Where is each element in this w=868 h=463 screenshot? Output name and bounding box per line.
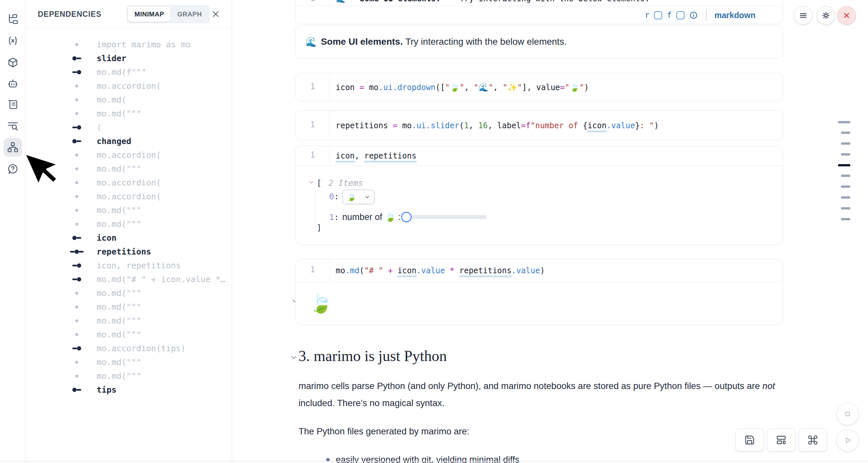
tree-collapse-icon[interactable] (308, 179, 315, 185)
variables-icon[interactable] (4, 32, 22, 50)
tree-open-bracket: [ (317, 178, 321, 188)
minimap-item[interactable]: mo.accordion( (26, 148, 232, 162)
minimap-item[interactable]: mo.md(""" (26, 300, 232, 314)
ai-assistant-icon[interactable] (4, 74, 22, 93)
interrupt-button[interactable] (836, 403, 859, 425)
layout-button[interactable] (767, 429, 795, 452)
minimap-item-label: repetitions (97, 247, 151, 256)
tree-items-count: 2 Items (329, 178, 363, 188)
close-panel-button[interactable] (210, 8, 221, 20)
cell-dot-icon (67, 223, 86, 225)
minimap-item[interactable]: ( (26, 120, 232, 134)
minimap-item[interactable]: mo.accordion(tips) (26, 341, 232, 355)
dependencies-panel: DEPENDENCIES MINIMAP GRAPH import marimo… (26, 0, 232, 463)
markdown-toolbar: r f markdown (645, 6, 755, 24)
minimap-item[interactable]: mo.md(""" (26, 369, 232, 383)
f-checkbox[interactable] (676, 11, 685, 20)
code-line[interactable]: icon = mo.ui.dropdown(["🍃", "🌊", "✨"], v… (336, 82, 589, 93)
active-cell-marker[interactable] (838, 164, 850, 166)
dropdown-widget[interactable]: 🍃 (342, 190, 374, 204)
cell-md-leaf[interactable]: 1 mo.md("# " + icon.value * repetitions.… (295, 259, 783, 325)
gutter-divider (330, 73, 330, 101)
code-line[interactable]: 🌊 **Some UI elements.** Try interacting … (336, 0, 650, 4)
cell-marker[interactable] (841, 185, 850, 188)
slider-track[interactable] (406, 215, 486, 219)
minimap-item[interactable]: mo.md(""" (26, 217, 232, 231)
minimap-item[interactable]: mo.md("# " + icon.value *… (26, 272, 232, 286)
code-line[interactable]: mo.md("# " + icon.value * repetitions.va… (336, 265, 545, 276)
settings-button[interactable] (817, 6, 835, 25)
gutter-divider (330, 259, 330, 281)
notebook-menu-button[interactable] (794, 6, 812, 25)
minimap-item-label: mo.md(""" (97, 164, 141, 174)
cell-dropdown-code[interactable]: 1 icon = mo.ui.dropdown(["🍃", "🌊", "✨"],… (295, 73, 783, 101)
collapse-section-icon[interactable] (289, 353, 298, 362)
dropdown-value: 🍃 (346, 192, 356, 202)
minimap-item[interactable]: mo.md(""" (26, 286, 232, 300)
tree-row-0-index: 0: (329, 192, 339, 201)
keyboard-shortcuts-button[interactable] (799, 429, 827, 452)
packages-icon[interactable] (4, 53, 22, 72)
minimap-item[interactable]: mo.md(f""" (26, 65, 232, 79)
cell-expr[interactable]: 1 icon, repetitions [ 2 Items 0: 🍃 1: nu… (295, 146, 783, 245)
minimap-item[interactable]: mo.md(""" (26, 106, 232, 120)
cell-marker[interactable] (841, 153, 850, 156)
tab-graph[interactable]: GRAPH (170, 7, 209, 22)
r-checkbox[interactable] (654, 11, 662, 20)
cell-marker[interactable] (841, 143, 850, 145)
minimap-item-label: slider (97, 54, 126, 63)
tree-close-bracket: ] (317, 223, 321, 233)
cell-ref-marker-icon (67, 346, 86, 350)
file-tree-icon[interactable] (4, 10, 22, 28)
minimap-item[interactable]: mo.md(""" (26, 328, 232, 341)
minimap-item[interactable]: mo.accordion( (26, 79, 232, 93)
minimap-item[interactable]: mo.md(""" (26, 314, 232, 328)
scratchpad-icon[interactable] (4, 95, 22, 114)
cell-dot-icon (67, 209, 86, 212)
minimap-item[interactable]: mo.md(""" (26, 203, 232, 217)
info-icon[interactable] (689, 11, 698, 20)
save-button[interactable] (736, 429, 764, 452)
minimap-item-label: mo.md(f""" (97, 67, 146, 77)
cell-marker[interactable] (841, 218, 850, 220)
tab-minimap[interactable]: MINIMAP (128, 7, 170, 22)
cell-marker[interactable] (838, 121, 850, 123)
cell-marker[interactable] (841, 131, 850, 134)
marimo-notebook-app: DEPENDENCIES MINIMAP GRAPH import marimo… (0, 0, 868, 463)
minimap-item-label: changed (97, 136, 131, 146)
minimap-item[interactable]: slider (26, 51, 232, 65)
minimap-item[interactable]: mo.accordion( (26, 189, 232, 203)
minimap-item[interactable]: mo.md( (26, 93, 232, 106)
minimap-item[interactable]: repetitions (26, 245, 232, 258)
cell-dot-icon (67, 292, 86, 295)
minimap-item-label: mo.md( (97, 95, 126, 104)
line-number: 1 (296, 150, 330, 159)
minimap-item[interactable]: mo.md(""" (26, 355, 232, 369)
minimap-item-label: mo.md(""" (97, 316, 141, 326)
cell-dot-icon (67, 167, 86, 170)
minimap-item[interactable]: import marimo as mo (26, 37, 232, 51)
code-line[interactable]: repetitions = mo.ui.slider(1, 16, label=… (336, 120, 659, 131)
minimap-item-label: mo.md(""" (97, 302, 141, 312)
activity-rail (0, 0, 26, 463)
cell-md-banner-editor[interactable]: 1 🌊 **Some UI elements.** Try interactin… (295, 0, 783, 24)
cell-marker[interactable] (841, 207, 850, 210)
minimap-item[interactable]: icon (26, 231, 232, 245)
minimap-item-label: mo.accordion(tips) (97, 344, 186, 353)
cell-slider-code[interactable]: 1 repetitions = mo.ui.slider(1, 16, labe… (295, 110, 783, 141)
code-line[interactable]: icon, repetitions (336, 150, 416, 161)
shutdown-button[interactable] (837, 6, 856, 25)
slider-thumb[interactable] (401, 212, 412, 222)
minimap-item[interactable]: icon, repetitions (26, 258, 232, 272)
cell-marker[interactable] (841, 175, 850, 177)
minimap-item[interactable]: tips (26, 383, 232, 397)
minimap-item-label: mo.accordion( (97, 192, 161, 201)
cell-dot-icon (67, 333, 86, 336)
markdown-mode-label[interactable]: markdown (714, 10, 755, 20)
minimap-item[interactable]: changed (26, 134, 232, 148)
cell-marker[interactable] (841, 196, 850, 198)
run-button[interactable] (836, 429, 859, 452)
cell-def-marker-icon (67, 388, 86, 392)
tree-row-1-index: 1: (329, 212, 339, 222)
logs-icon[interactable] (4, 117, 22, 135)
